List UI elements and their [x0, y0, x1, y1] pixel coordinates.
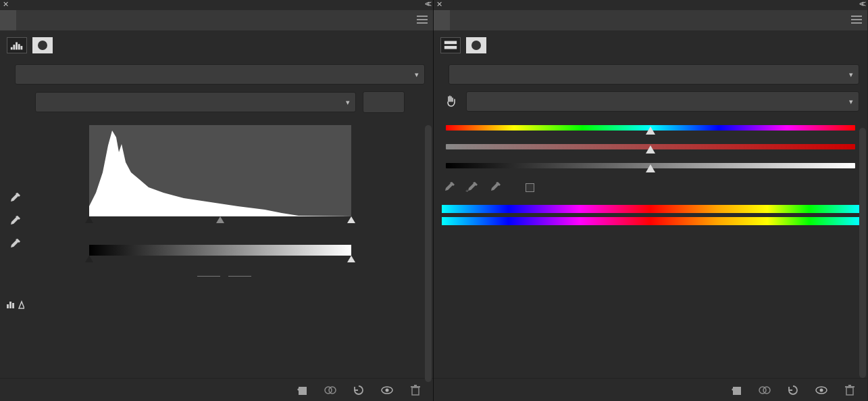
preset-select[interactable]: ▾	[15, 64, 425, 85]
view-previous-icon[interactable]	[324, 383, 337, 397]
svg-rect-2	[16, 42, 18, 49]
chevron-down-icon: ▾	[849, 97, 853, 106]
close-icon[interactable]: ✕	[3, 0, 9, 9]
levels-body: ▾ ▾	[0, 57, 433, 378]
scrollbar[interactable]	[859, 128, 866, 378]
targeted-adjustment-icon[interactable]	[442, 93, 459, 110]
chevron-down-icon: ▾	[415, 70, 419, 79]
hue-sat-body: ▾ ▾	[434, 57, 867, 378]
histogram	[89, 125, 351, 216]
layer-mask-icon[interactable]	[32, 37, 53, 53]
tab-bar	[0, 10, 433, 30]
svg-rect-26	[848, 385, 851, 386]
input-spectrum-bar	[442, 205, 859, 213]
eyedropper-add-icon[interactable]: +	[465, 181, 480, 194]
lightness-slider-track[interactable]	[446, 163, 855, 168]
eyedropper-black-icon[interactable]	[8, 191, 22, 205]
panel-menu-icon[interactable]	[417, 16, 428, 24]
svg-rect-3	[18, 44, 20, 49]
clip-to-layer-icon[interactable]	[295, 383, 309, 397]
tab-properties[interactable]	[0, 10, 16, 30]
svg-rect-14	[411, 386, 420, 387]
input-sliders	[89, 216, 351, 229]
svg-rect-13	[412, 387, 419, 395]
panel-topbar: ✕ <<	[434, 0, 867, 10]
svg-rect-4	[21, 46, 23, 50]
svg-rect-7	[12, 303, 14, 308]
input-white-slider[interactable]	[347, 216, 355, 223]
panel-topbar: ✕ <<	[0, 0, 433, 10]
svg-rect-15	[414, 385, 417, 386]
svg-rect-24	[846, 387, 853, 395]
preset-select[interactable]: ▾	[449, 64, 859, 85]
output-black-slider[interactable]	[85, 256, 93, 262]
svg-rect-5	[7, 304, 9, 308]
collapse-arrows-icon[interactable]: <<	[425, 0, 429, 9]
hue-slider-thumb[interactable]	[646, 126, 655, 135]
color-range-select[interactable]: ▾	[466, 91, 859, 112]
chevron-down-icon: ▾	[346, 98, 350, 107]
levels-properties-panel: ✕ << ▾ ▾	[0, 0, 434, 401]
histogram-options-icon[interactable]	[7, 298, 24, 310]
trash-icon[interactable]	[409, 383, 422, 397]
panel-footer	[434, 378, 867, 401]
clip-to-layer-icon[interactable]	[730, 383, 743, 397]
svg-point-10	[329, 387, 336, 394]
close-icon[interactable]: ✕	[436, 0, 442, 9]
chevron-down-icon: ▾	[849, 70, 853, 79]
panel-menu-icon[interactable]	[851, 16, 862, 24]
output-spectrum-bar	[442, 217, 859, 225]
input-gamma-slider[interactable]	[216, 216, 224, 223]
levels-icon	[7, 37, 27, 53]
svg-rect-16	[444, 41, 457, 45]
output-gradient	[89, 245, 351, 256]
eyedropper-gray-icon[interactable]	[8, 214, 22, 228]
saturation-slider-track[interactable]	[446, 144, 855, 149]
reset-icon[interactable]	[352, 383, 365, 397]
svg-point-21	[763, 387, 770, 394]
visibility-icon[interactable]	[815, 383, 828, 397]
svg-text:+: +	[465, 188, 469, 194]
trash-icon[interactable]	[843, 383, 857, 397]
adjustment-header	[0, 30, 433, 57]
output-white-value[interactable]	[228, 276, 251, 277]
svg-rect-25	[845, 386, 854, 387]
tab-properties[interactable]	[434, 10, 450, 30]
svg-rect-0	[11, 47, 13, 50]
auto-button[interactable]	[363, 91, 405, 113]
scrollbar[interactable]	[425, 125, 432, 382]
svg-point-12	[386, 388, 389, 392]
input-black-slider[interactable]	[85, 216, 93, 223]
svg-rect-6	[9, 302, 11, 308]
collapse-arrows-icon[interactable]: <<	[859, 0, 863, 9]
reset-icon[interactable]	[786, 383, 800, 397]
eyedropper-white-icon[interactable]	[8, 237, 22, 251]
panel-footer	[0, 378, 433, 401]
tab-bar	[434, 10, 867, 30]
eyedropper-icon[interactable]	[442, 181, 457, 194]
saturation-slider-thumb[interactable]	[646, 145, 655, 154]
eyedropper-subtract-icon[interactable]	[488, 181, 503, 194]
hue-saturation-icon	[440, 37, 461, 53]
svg-rect-17	[444, 46, 457, 49]
channel-select[interactable]: ▾	[35, 92, 356, 112]
lightness-slider-thumb[interactable]	[646, 164, 655, 172]
output-white-slider[interactable]	[347, 256, 355, 262]
adjustment-header	[434, 30, 867, 57]
hue-saturation-properties-panel: ✕ << ▾ ▾	[434, 0, 867, 401]
colorize-checkbox[interactable]	[526, 183, 534, 192]
view-previous-icon[interactable]	[758, 383, 771, 397]
visibility-icon[interactable]	[380, 383, 394, 397]
svg-rect-1	[14, 45, 16, 49]
hue-slider-track[interactable]	[446, 125, 855, 131]
output-black-value[interactable]	[197, 276, 220, 277]
svg-point-23	[820, 388, 823, 392]
layer-mask-icon[interactable]	[466, 37, 486, 53]
